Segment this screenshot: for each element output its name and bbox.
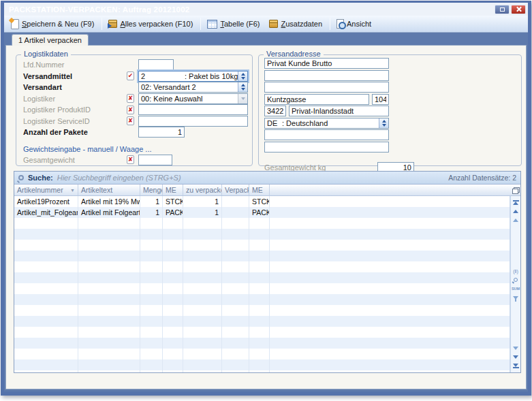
column-header-artikelnummer[interactable]: Artikelnummer ▼ — [14, 185, 78, 195]
pack-all-button[interactable]: Alles verpacken (F10) — [104, 18, 198, 30]
table-row-empty — [14, 251, 510, 261]
serviceid-input[interactable] — [138, 116, 248, 127]
weight-section-heading: Gewichtseingabe - manuell / Waage ... — [23, 145, 252, 153]
column-header-artikeltext[interactable]: Artikeltext — [78, 185, 140, 195]
view-button[interactable]: Ansicht — [332, 17, 377, 31]
anzahl-pakete-input[interactable] — [138, 127, 185, 138]
address-name2-input[interactable] — [264, 70, 389, 81]
save-new-button[interactable]: Speichern & Neu (F9) — [7, 17, 99, 31]
dropdown-arrow-icon[interactable] — [238, 94, 247, 103]
table-row-empty — [14, 338, 510, 349]
clear-x-icon[interactable]: ✘ — [127, 116, 134, 125]
spinner-icon[interactable] — [238, 82, 247, 92]
close-button[interactable] — [511, 5, 526, 14]
cell-menge: 1 — [140, 196, 163, 207]
field-lfd-nummer: Lfd.Nummer — [16, 59, 252, 71]
article-grid: Suche: Hier Suchbegriff eingeben (STRG+S… — [14, 171, 521, 373]
spinner-icon[interactable] — [379, 118, 388, 128]
table-row-empty — [14, 261, 510, 272]
preview-icon — [337, 19, 344, 29]
column-header-menge[interactable]: Menge — [140, 185, 163, 195]
anzahl-pakete-label: Anzahl der Pakete — [23, 128, 127, 136]
produktid-input[interactable] — [138, 104, 248, 115]
cell-artikeltext: Artikel mit Folgeartikel — [78, 207, 140, 218]
logistiker-dropdown[interactable]: 00: Keine Auswahl — [138, 93, 248, 104]
cell-verpackt — [222, 207, 249, 218]
page-up-icon[interactable] — [513, 207, 518, 216]
page-down-icon[interactable] — [513, 353, 518, 362]
record-count-label: Anzahl Datensätze: 2 — [448, 174, 516, 182]
clear-x-icon[interactable]: ✘ — [127, 155, 134, 164]
gesamtgewicht-input[interactable] — [138, 155, 172, 165]
restore-icon — [500, 7, 505, 12]
address-extra1-input[interactable] — [264, 129, 389, 140]
address-city-input[interactable] — [289, 106, 389, 116]
extra-data-button[interactable]: Zusatzdaten — [265, 18, 328, 30]
versandart-combo[interactable]: 02: Versandart 2 — [138, 82, 248, 93]
country-code: DE — [267, 119, 277, 127]
column-header-zu-verpacken[interactable]: zu verpacke — [183, 185, 222, 195]
cell-artikelnummer: Artikel_mit_Folgeartikel — [14, 207, 78, 218]
last-row-icon[interactable] — [513, 362, 519, 370]
split-view-icon[interactable]: (‖) — [513, 267, 518, 276]
table-row-empty — [14, 316, 510, 327]
column-header-me2[interactable]: ME — [249, 185, 270, 195]
titlebar: PACKSTATION-VERPACKEN: Auftrag 20121002 — [4, 3, 528, 16]
field-produktid: Logistiker ProduktID ✘ — [16, 104, 252, 116]
column-chooser-icon[interactable] — [510, 185, 520, 195]
toolbar-separator — [200, 18, 201, 30]
new-document-icon — [11, 19, 19, 29]
field-gesamtgewicht: Gesamtgewicht ✘ — [16, 155, 252, 166]
address-extra2-input[interactable] — [264, 142, 389, 153]
mandatory-check-icon[interactable]: ✔ — [127, 71, 134, 80]
view-label: Ansicht — [347, 20, 371, 28]
column-header-verpackt[interactable]: Verpackt — [222, 185, 249, 195]
cell-me1: PACK — [163, 207, 183, 218]
column-header-me1[interactable]: ME — [163, 185, 183, 195]
address-name3-input[interactable] — [264, 82, 389, 93]
country-combo[interactable]: DE : Deutschland — [264, 118, 389, 129]
address-name1-input[interactable] — [264, 58, 389, 69]
field-versandmittel: Versandmittel ✔ 2 : Paket bis 10kg — [16, 71, 252, 82]
filter-icon[interactable] — [513, 293, 518, 302]
close-icon — [516, 6, 522, 12]
cell-zu-verpacken: 1 — [183, 207, 222, 218]
search-row-icon[interactable] — [514, 276, 518, 285]
spinner-icon[interactable] — [238, 71, 247, 81]
table-row[interactable]: Artikel_mit_Folgeartikel Artikel mit Fol… — [14, 207, 510, 218]
lfd-nummer-input[interactable] — [138, 59, 174, 70]
versandart-label: Versandart — [23, 83, 127, 91]
versandart-value: 02: Versandart 2 — [141, 83, 196, 91]
table-body: Artikel19Prozent Artikel mit 19% MwSt. 1… — [14, 196, 510, 372]
window-title: PACKSTATION-VERPACKEN: Auftrag 20121002 — [9, 5, 493, 14]
tab-page: Logistikdaten Lfd.Nummer Versandmittel ✔… — [5, 45, 527, 389]
address-street-input[interactable] — [264, 94, 369, 105]
clear-x-icon[interactable]: ✘ — [127, 106, 134, 114]
sort-desc-icon: ▼ — [70, 188, 75, 193]
cell-zu-verpacken: 1 — [183, 196, 222, 207]
prev-row-icon[interactable] — [513, 216, 518, 225]
search-input-hint[interactable]: Hier Suchbegriff eingeben (STRG+S) — [57, 174, 449, 182]
first-row-icon[interactable] — [513, 198, 519, 207]
table-button[interactable]: Tabelle (F6) — [203, 18, 265, 31]
field-logistiker: Logistiker ✘ 00: Keine Auswahl — [16, 93, 252, 105]
summary-icon[interactable]: SUM — [512, 285, 520, 293]
clear-x-icon[interactable]: ✘ — [127, 94, 134, 103]
gesamtgewicht-kg-label: Gesamtgewicht kg — [264, 163, 377, 172]
grid-nav-strip: (‖) SUM — [510, 196, 520, 372]
versandmittel-code: 2 — [141, 72, 145, 80]
cell-verpackt — [222, 196, 249, 207]
tab-artikel-verpacken[interactable]: 1 Artikel verpacken — [12, 34, 89, 46]
toolbar-separator — [101, 18, 102, 30]
groupbox-versandadresse: Versandadresse DE — [258, 54, 522, 166]
table-row-empty — [14, 283, 510, 294]
next-row-icon[interactable] — [513, 344, 518, 353]
table-row[interactable]: Artikel19Prozent Artikel mit 19% MwSt. 1… — [14, 196, 510, 207]
address-zip-input[interactable] — [264, 106, 286, 116]
versandmittel-combo[interactable]: 2 : Paket bis 10kg — [138, 71, 248, 82]
search-bar[interactable]: Suche: Hier Suchbegriff eingeben (STRG+S… — [14, 172, 520, 185]
table-row-empty — [14, 229, 510, 240]
logistiker-value: 00: Keine Auswahl — [141, 95, 203, 103]
address-housenr-input[interactable] — [372, 94, 389, 105]
restore-button[interactable] — [495, 5, 510, 14]
